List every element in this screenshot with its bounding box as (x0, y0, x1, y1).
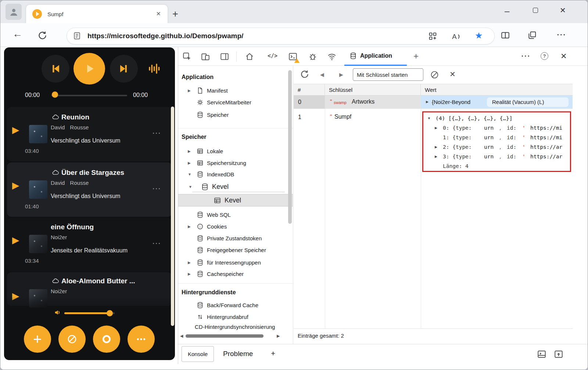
next-track-button[interactable] (110, 55, 138, 83)
track-play-button[interactable]: ▶ (12, 125, 19, 134)
browser-menu-icon[interactable]: ⋯ (556, 30, 566, 39)
device-toolbar-icon[interactable] (201, 52, 210, 61)
site-info-icon[interactable] (73, 32, 81, 40)
console-icon[interactable] (288, 52, 298, 61)
sidebar-item-bfcache[interactable]: Back/Forward Cache (178, 299, 293, 310)
value-item-line[interactable]: ▶ 3: {type: urn , id: ' https://ar (423, 152, 570, 161)
add-song-button[interactable]: + (24, 326, 51, 353)
dock-side-icon[interactable] (220, 52, 229, 61)
row-index-cell[interactable]: 0 (294, 96, 325, 109)
expand-icon[interactable]: ▶ (188, 89, 194, 93)
collapse-icon[interactable]: ▼ (188, 172, 194, 176)
next-page-icon[interactable]: ▶ (339, 72, 343, 77)
sidebar-item-websql[interactable]: Web SQL (178, 209, 293, 220)
hscroll-left-icon[interactable]: ◀ (180, 334, 183, 338)
sidebar-item-interest-groups[interactable]: ▶ für Interessengruppen (178, 257, 293, 268)
collapse-icon[interactable]: ▼ (189, 185, 194, 189)
sidebar-item-storage[interactable]: Speicher (178, 109, 293, 120)
sidebar-item-service-workers[interactable]: ServiceMitarbeiter (178, 97, 293, 108)
prev-page-icon[interactable]: ◀ (320, 72, 324, 77)
sidebar-vscrollbar[interactable] (288, 70, 292, 224)
add-tab-button[interactable]: + (413, 52, 419, 61)
row-key-cell[interactable]: " swamp Artworks (325, 96, 421, 109)
minimize-button[interactable]: – (505, 7, 509, 15)
sidebar-item-shared-storage[interactable]: Freigegebener Speicher (178, 244, 293, 255)
url-text[interactable]: https://microsoftedge.github.io/Demos/pw… (87, 28, 243, 44)
collapse-icon[interactable]: ▼ (427, 116, 435, 120)
row-value-cell[interactable]: ▶ {Noi2er-Beyond Realität (Vacuum) (L) (421, 96, 573, 109)
expand-icon[interactable]: ▶ (188, 161, 194, 165)
play-button[interactable] (74, 53, 105, 85)
expand-icon[interactable]: ▶ (435, 126, 443, 130)
key-filter-input[interactable] (353, 68, 423, 81)
hscroll-right-icon[interactable]: ▶ (277, 334, 280, 338)
record-button[interactable] (93, 326, 120, 353)
close-window-button[interactable]: ✕ (560, 7, 566, 14)
dock-panel-icon[interactable] (554, 349, 563, 359)
sidebar-item-indexeddb[interactable]: ▼ IndexedDB (178, 169, 293, 180)
new-tab-button[interactable]: + (172, 9, 178, 19)
sidebar-item-private-state-tokens[interactable]: Private Zustandstoken (178, 233, 293, 244)
seek-slider[interactable] (51, 95, 127, 96)
inspect-icon[interactable] (182, 52, 192, 61)
problems-tab[interactable]: Probleme (223, 350, 253, 357)
delete-selected-icon[interactable]: ✕ (449, 71, 456, 78)
row-key-cell[interactable]: " Sumpf (325, 109, 421, 122)
favorite-star-icon[interactable]: ★ (475, 31, 483, 40)
refresh-button[interactable] (37, 30, 47, 40)
refresh-data-icon[interactable] (300, 69, 309, 79)
sidebar-hscrollbar[interactable] (186, 334, 263, 338)
row-index-cell[interactable]: 1 (294, 109, 325, 120)
devtools-close-icon[interactable]: ✕ (560, 52, 567, 60)
expand-icon[interactable]: ▶ (435, 155, 443, 158)
track-item[interactable]: ▶ eine Öffnung Noi2er Jenseits der Reali… (7, 218, 172, 272)
value-item-line[interactable]: 1: {type: urn , id: ' https://mi (423, 133, 570, 142)
sidebar-item-local-storage[interactable]: ▶ Lokale (178, 146, 293, 157)
sidebar-item-kevel-store[interactable]: Kevel (178, 194, 293, 206)
track-play-button[interactable]: ▶ (12, 236, 19, 245)
track-menu-button[interactable]: … (152, 182, 162, 191)
playlist-scrollbar[interactable] (171, 107, 174, 326)
network-icon[interactable] (327, 52, 337, 61)
devtools-more-icon[interactable]: ⋯ (521, 51, 530, 61)
track-menu-button[interactable]: … (152, 126, 162, 135)
track-item[interactable]: ▶ Über die Stargazes David Rousse Versch… (7, 162, 172, 217)
sidebar-item-background-fetch[interactable]: Hintergrundabruf (178, 311, 293, 322)
sidebar-item-cookies[interactable]: ▶ Cookies (178, 221, 293, 232)
expand-icon[interactable]: ▶ (188, 261, 194, 265)
back-button[interactable]: ← (12, 29, 22, 39)
value-item-line[interactable]: ▶ 2: {type: urn , id: ' https://ar (423, 142, 570, 152)
console-drawer-tab[interactable]: Konsole (182, 346, 214, 362)
address-bar[interactable]: https://microsoftedge.github.io/Demos/pw… (67, 28, 495, 44)
seek-knob[interactable] (52, 91, 58, 98)
expand-value-icon[interactable]: ▶ (426, 100, 429, 104)
collections-icon[interactable] (527, 30, 537, 40)
home-icon[interactable] (245, 52, 254, 61)
track-menu-button[interactable]: … (152, 236, 162, 245)
value-item-line[interactable]: ▶ 0: {type: urn , id: ' https://mi (423, 123, 570, 133)
expand-icon[interactable]: ▶ (435, 145, 443, 149)
split-screen-icon[interactable] (501, 30, 510, 40)
debug-icon[interactable] (308, 52, 318, 61)
drawer-add-icon[interactable]: + (271, 349, 275, 357)
sidebar-item-cache-storage[interactable]: ▶ Cachespeicher (178, 268, 293, 279)
track-item[interactable]: ▶ Reunion David Rousse Verschlingt das U… (7, 107, 172, 161)
expand-icon[interactable]: ▶ (188, 224, 194, 229)
sidebar-item-session-storage[interactable]: ▶ Speichersitzung (178, 157, 293, 168)
tab-close-icon[interactable]: ✕ (156, 10, 161, 17)
equalizer-icon[interactable] (148, 62, 160, 75)
track-play-button[interactable]: ▶ (12, 181, 19, 190)
read-aloud-icon[interactable]: A (451, 32, 461, 41)
volume-knob[interactable] (107, 310, 113, 316)
value-summary-line[interactable]: ▼ (4) [{…}, {…}, {…}, {…}] (423, 114, 570, 123)
browser-tab[interactable]: Sumpf ✕ (26, 5, 168, 23)
clear-filter-icon[interactable] (430, 70, 439, 79)
clear-playlist-button[interactable] (58, 326, 86, 353)
previous-track-button[interactable] (42, 55, 69, 83)
sidebar-item-kevel-database[interactable]: ▼ Kevel (178, 181, 293, 192)
tab-application[interactable]: Application (344, 47, 407, 66)
maximize-button[interactable] (533, 8, 538, 13)
sources-icon[interactable]: </> (268, 53, 277, 59)
player-more-button[interactable] (128, 326, 155, 353)
toggle-drawer-icon[interactable] (537, 349, 546, 359)
